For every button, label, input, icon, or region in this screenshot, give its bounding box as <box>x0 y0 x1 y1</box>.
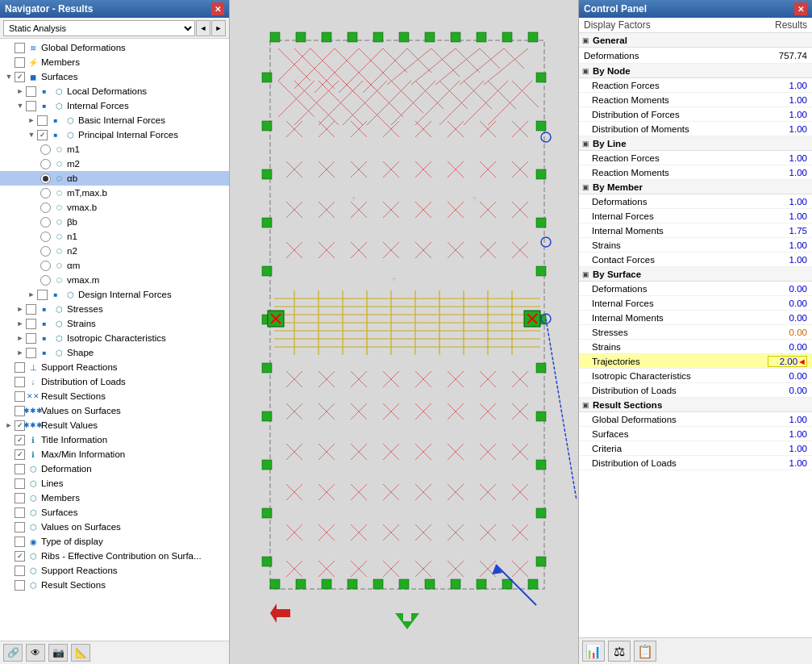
tree-item-n2[interactable]: ⬡ n2 <box>0 244 229 258</box>
tree-item-vmax-m[interactable]: ⬡ vmax.m <box>0 273 229 287</box>
checkbox-surfaces[interactable]: ✓ <box>15 72 25 82</box>
cp-section-by-member-header[interactable]: ▣ By Member <box>579 180 812 194</box>
tree-item-principal-internal-forces[interactable]: ▼ ✓ ■ ⬡ Principal Internal Forces <box>0 127 229 142</box>
radio-m1[interactable] <box>40 144 51 155</box>
tree-item-members[interactable]: ⚡ Members <box>0 55 229 69</box>
checkbox-shape[interactable] <box>26 348 36 358</box>
design-internal-forces-expander[interactable]: ► <box>26 289 37 300</box>
eye-tool-button[interactable]: 👁 <box>26 644 45 662</box>
tree-item-values-on-surfaces[interactable]: ✱✱✱ Values on Surfaces <box>0 403 229 418</box>
stresses-expander[interactable]: ► <box>15 303 26 315</box>
checkbox-support-reactions2[interactable] <box>15 566 25 576</box>
radio-n1[interactable] <box>40 232 51 242</box>
tree-item-n1[interactable]: ⬡ n1 <box>0 229 229 244</box>
tree-item-vmax-b[interactable]: ⬡ vmax.b <box>0 200 229 215</box>
navigator-close-button[interactable]: ✕ <box>211 2 224 15</box>
analysis-dropdown[interactable]: Static Analysis <box>3 20 195 36</box>
tree-item-support-reactions2[interactable]: ⬡ Support Reactions <box>0 563 229 578</box>
tree-item-design-internal-forces[interactable]: ► ■ ⬡ Design Internal Forces <box>0 287 229 302</box>
surfaces-expander[interactable]: ▼ <box>3 71 15 82</box>
tree-item-support-reactions[interactable]: ⊥ Support Reactions <box>0 360 229 374</box>
checkbox-type-of-display[interactable] <box>15 537 25 547</box>
tree-item-lines[interactable]: ⬡ Lines <box>0 476 229 491</box>
radio-n2[interactable] <box>40 246 51 257</box>
tree-item-values-on-surfaces2[interactable]: ⬡ Values on Surfaces <box>0 520 229 534</box>
checkbox-members[interactable] <box>15 57 25 68</box>
radio-vmax-b[interactable] <box>40 203 51 213</box>
tree-item-internal-forces[interactable]: ▼ ■ ⬡ Internal Forces <box>0 98 229 113</box>
tree-item-global-deformations[interactable]: ≋ Global Deformations <box>0 40 229 55</box>
ruler-tool-button[interactable]: 📐 <box>71 644 90 662</box>
checkbox-surfaces2[interactable] <box>15 507 25 518</box>
control-panel-close-button[interactable]: ✕ <box>794 2 807 15</box>
cp-section-result-sections-header[interactable]: ▣ Result Sections <box>579 398 812 412</box>
camera-tool-button[interactable]: 📷 <box>48 644 68 662</box>
strains-expander[interactable]: ► <box>15 318 26 329</box>
checkbox-ribs-effective[interactable]: ✓ <box>15 551 25 562</box>
tree-item-deformation[interactable]: ⬡ Deformation <box>0 461 229 476</box>
checkbox-local-deformations[interactable] <box>26 86 36 97</box>
cp-section-general-header[interactable]: ▣ General <box>579 33 812 48</box>
tree-item-surfaces[interactable]: ▼ ✓ ◼ Surfaces <box>0 69 229 84</box>
radio-bb[interactable] <box>40 217 51 228</box>
tree-item-surfaces2[interactable]: ⬡ Surfaces <box>0 505 229 520</box>
tree-item-ribs-effective[interactable]: ✓ ⬡ Ribs - Effective Contribution on Sur… <box>0 549 229 563</box>
checkbox-strains[interactable] <box>26 319 36 329</box>
nav-prev-arrow[interactable]: ◄ <box>196 20 210 36</box>
tree-item-stresses[interactable]: ► ■ ⬡ Stresses <box>0 302 229 316</box>
checkbox-design-internal-forces[interactable] <box>37 290 48 300</box>
tree-item-basic-internal-forces[interactable]: ► ■ ⬡ Basic Internal Forces <box>0 113 229 127</box>
checkbox-maxmin-information[interactable]: ✓ <box>15 449 25 460</box>
checkbox-principal-internal-forces[interactable]: ✓ <box>37 130 48 140</box>
result-values-expander[interactable]: ► <box>3 420 15 431</box>
tree-item-ab[interactable]: ⬡ αb <box>0 171 229 186</box>
balance-tool-button[interactable]: ⚖ <box>608 641 631 662</box>
checkbox-lines[interactable] <box>15 478 25 489</box>
radio-am[interactable] <box>40 261 51 271</box>
checkbox-deformation[interactable] <box>15 464 25 474</box>
internal-forces-expander[interactable]: ▼ <box>15 100 26 111</box>
isotropic-expander[interactable]: ► <box>15 332 26 344</box>
checkbox-result-sections2[interactable] <box>15 580 25 591</box>
local-deformations-expander[interactable]: ► <box>15 86 26 97</box>
cp-section-by-node-header[interactable]: ▣ By Node <box>579 64 812 78</box>
radio-ab[interactable] <box>40 173 51 184</box>
checkbox-isotropic[interactable] <box>26 333 36 344</box>
basic-internal-forces-expander[interactable]: ► <box>26 115 37 126</box>
cp-section-by-surface-header[interactable]: ▣ By Surface <box>579 267 812 282</box>
tree-item-distribution-of-loads[interactable]: ↓ Distribution of Loads <box>0 374 229 389</box>
tree-item-members2[interactable]: ⬡ Members <box>0 491 229 505</box>
radio-mT-max-b[interactable] <box>40 188 51 198</box>
principal-internal-forces-expander[interactable]: ▼ <box>26 129 37 140</box>
checkbox-distribution-of-loads[interactable] <box>15 377 25 387</box>
chart-tool-button[interactable]: 📊 <box>582 641 605 662</box>
trajectories-spin-up[interactable]: ◄ <box>797 357 806 366</box>
tree-item-shape[interactable]: ► ■ ⬡ Shape <box>0 345 229 360</box>
checkbox-basic-internal-forces[interactable] <box>37 115 48 126</box>
checkbox-support-reactions[interactable] <box>15 362 25 373</box>
checkbox-global-deformations[interactable] <box>15 43 25 53</box>
tree-item-m2[interactable]: ⬡ m2 <box>0 157 229 171</box>
tree-item-am[interactable]: ⬡ αm <box>0 258 229 273</box>
checkbox-members2[interactable] <box>15 493 25 503</box>
checkbox-result-sections[interactable] <box>15 391 25 402</box>
checkbox-stresses[interactable] <box>26 304 36 315</box>
tree-item-bb[interactable]: ⬡ βb <box>0 215 229 229</box>
nav-next-arrow[interactable]: ► <box>211 20 226 36</box>
cp-section-by-line-header[interactable]: ▣ By Line <box>579 136 812 151</box>
tree-item-result-values[interactable]: ► ✓ ✱✱✱ Result Values <box>0 418 229 432</box>
radio-m2[interactable] <box>40 159 51 169</box>
checkbox-values-on-surfaces2[interactable] <box>15 522 25 532</box>
tree-item-result-sections2[interactable]: ⬡ Result Sections <box>0 578 229 592</box>
tree-item-mT-max-b[interactable]: ⬡ mT,max.b <box>0 186 229 200</box>
trajectories-value-input[interactable] <box>768 357 797 366</box>
link-tool-button[interactable]: 🔗 <box>3 644 23 662</box>
tree-item-m1[interactable]: ⬡ m1 <box>0 142 229 157</box>
tree-item-local-deformations[interactable]: ► ■ ⬡ Local Deformations <box>0 84 229 98</box>
tree-item-strains[interactable]: ► ■ ⬡ Strains <box>0 316 229 331</box>
tree-item-type-of-display[interactable]: ◉ Type of display <box>0 534 229 549</box>
radio-vmax-m[interactable] <box>40 275 51 286</box>
shape-expander[interactable]: ► <box>15 347 26 358</box>
export-tool-button[interactable]: 📋 <box>634 641 656 662</box>
tree-item-maxmin-information[interactable]: ✓ ℹ Max/Min Information <box>0 447 229 461</box>
